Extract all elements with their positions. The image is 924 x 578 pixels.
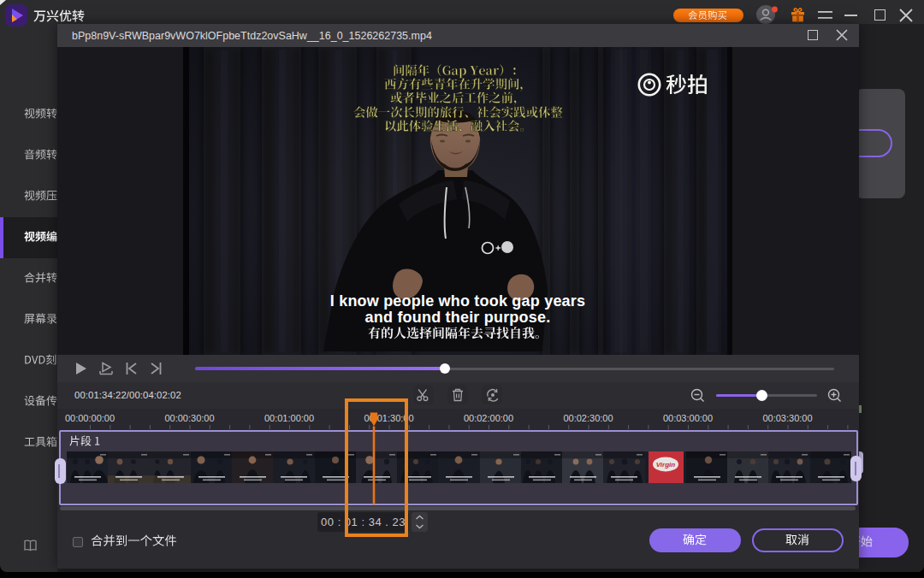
svg-text:Virgin: Virgin — [655, 461, 674, 469]
